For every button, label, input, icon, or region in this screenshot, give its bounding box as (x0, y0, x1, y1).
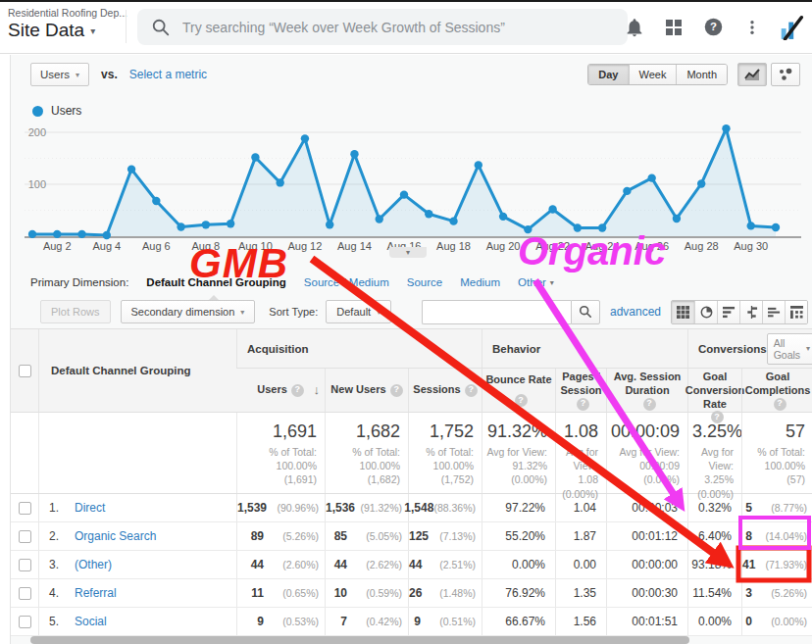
channel-link[interactable]: Referral (75, 586, 117, 600)
secondary-dimension-button[interactable]: Secondary dimension ▾ (121, 300, 256, 323)
col-header-new-users[interactable]: New Users? (325, 369, 408, 412)
data-point[interactable] (673, 215, 681, 223)
channel-link[interactable]: Organic Search (75, 529, 156, 543)
table-filter-input[interactable] (422, 300, 571, 324)
line-chart-view-button[interactable] (737, 63, 767, 86)
data-point[interactable] (53, 230, 61, 238)
data-point[interactable] (326, 221, 333, 228)
select-all-checkbox[interactable] (19, 365, 31, 377)
plot-rows-button[interactable]: Plot Rows (40, 300, 111, 323)
data-point[interactable] (623, 187, 631, 195)
granularity-month[interactable]: Month (676, 65, 727, 84)
avg-session-duration-cell: 00:00:03 (606, 494, 687, 521)
data-point[interactable] (276, 178, 283, 186)
table-row[interactable]: 5. Social 9(0.53%) 7(0.42%) 9(0.51%) 66.… (11, 608, 812, 636)
data-point[interactable] (376, 215, 383, 223)
help-icon[interactable]: ? (774, 398, 787, 411)
apps-button[interactable] (661, 15, 686, 40)
pivot-view-button[interactable] (785, 301, 807, 323)
help-icon[interactable]: ? (390, 384, 403, 397)
col-header-sessions[interactable]: Sessions? (408, 369, 482, 412)
data-point[interactable] (103, 231, 111, 239)
motion-chart-view-button[interactable] (771, 63, 800, 86)
table-row[interactable]: 1. Direct 1,539(90.96%) 1,536(91.32%) 1,… (11, 494, 812, 522)
all-goals-selector[interactable]: All Goals ▾ (767, 333, 812, 365)
channel-link[interactable]: (Other) (75, 558, 112, 571)
col-header-goal-completions[interactable]: Goal Completions? (741, 369, 812, 412)
data-point[interactable] (301, 134, 309, 142)
data-point[interactable] (499, 213, 507, 221)
col-header-pages-session[interactable]: Pages / Session? (555, 369, 606, 412)
dimension-source-medium[interactable]: Source / Medium (304, 276, 389, 288)
row-checkbox[interactable] (19, 616, 31, 628)
help-icon[interactable]: ? (643, 398, 656, 411)
data-point[interactable] (598, 223, 606, 231)
data-point[interactable] (449, 217, 457, 224)
more-button[interactable] (739, 15, 765, 40)
data-point[interactable] (202, 221, 210, 228)
dimension-default-channel-grouping[interactable]: Default Channel Grouping (146, 276, 285, 288)
data-point[interactable] (647, 173, 655, 181)
search-input[interactable] (182, 20, 614, 35)
data-point[interactable] (400, 190, 408, 198)
table-toolbar: Plot Rows Secondary dimension ▾ Sort Typ… (21, 297, 808, 326)
data-point[interactable] (251, 153, 259, 161)
col-header-bounce-rate[interactable]: Bounce Rate? (482, 369, 555, 412)
data-point[interactable] (747, 222, 755, 229)
help-icon[interactable]: ? (291, 384, 304, 397)
data-point[interactable] (77, 230, 85, 238)
global-search[interactable] (137, 9, 628, 45)
notifications-button[interactable] (622, 15, 647, 40)
data-point[interactable] (127, 165, 135, 173)
data-point[interactable] (697, 179, 705, 187)
table-row[interactable]: 2. Organic Search 89(5.26%) 85(5.05%) 12… (11, 522, 812, 551)
chart-expander-handle[interactable]: ▾ (389, 247, 427, 258)
metric-selector[interactable]: Users ▾ (30, 63, 89, 86)
comparison-view-button[interactable] (739, 301, 762, 323)
advanced-filter-link[interactable]: advanced (610, 305, 661, 319)
data-point[interactable] (227, 220, 234, 227)
help-icon[interactable]: ? (577, 398, 589, 411)
sort-type-selector[interactable]: Default ▾ (326, 300, 391, 323)
data-point[interactable] (28, 230, 36, 238)
percentage-view-button[interactable] (694, 301, 717, 323)
channel-link[interactable]: Social (75, 615, 107, 628)
dimension-column-header[interactable]: Default Channel Grouping (38, 329, 236, 412)
dimension-medium[interactable]: Medium (460, 276, 500, 288)
help-icon[interactable]: ? (711, 411, 724, 423)
table-search-button[interactable] (571, 300, 600, 324)
row-checkbox[interactable] (19, 587, 31, 600)
col-header-goal-conversion-rate[interactable]: Goal Conversion Rate? (687, 369, 741, 412)
data-point[interactable] (177, 223, 184, 230)
col-header-users[interactable]: Users? ↓ (236, 369, 325, 412)
data-point[interactable] (772, 223, 780, 231)
select-a-metric-link[interactable]: Select a metric (129, 68, 207, 81)
channel-link[interactable]: Direct (75, 501, 105, 515)
help-button[interactable]: ? (700, 15, 726, 40)
granularity-week[interactable]: Week (629, 65, 677, 84)
col-header-avg-session-duration[interactable]: Avg. Session Duration? (606, 369, 687, 412)
account-switcher[interactable]: Residential Roofing Dep... Site Data ▾ (8, 7, 127, 41)
data-point[interactable] (152, 197, 160, 205)
data-point[interactable] (574, 223, 582, 231)
data-point[interactable] (548, 205, 556, 213)
help-icon[interactable]: ? (465, 384, 478, 397)
dimension-other[interactable]: Other ▾ (518, 276, 554, 288)
performance-view-button[interactable] (717, 301, 739, 323)
term-cloud-view-button[interactable] (762, 301, 785, 323)
table-row[interactable]: 4. Referral 11(0.65%) 10(0.59%) 26(1.48%… (11, 579, 812, 608)
data-point[interactable] (524, 225, 532, 233)
help-icon[interactable]: ? (515, 394, 528, 407)
data-point[interactable] (425, 210, 432, 218)
granularity-day[interactable]: Day (588, 65, 628, 84)
data-point[interactable] (350, 150, 358, 158)
data-table-view-button[interactable] (672, 301, 694, 323)
dimension-source[interactable]: Source (407, 276, 442, 288)
table-row[interactable]: 3. (Other) 44(2.60%) 44(2.62%) 44(2.51%)… (11, 551, 812, 579)
data-point[interactable] (722, 124, 730, 132)
horizontal-scrollbar-thumb[interactable] (30, 636, 689, 644)
data-point[interactable] (475, 161, 482, 169)
row-checkbox[interactable] (19, 502, 31, 515)
row-checkbox[interactable] (19, 530, 31, 543)
row-checkbox[interactable] (19, 559, 31, 571)
